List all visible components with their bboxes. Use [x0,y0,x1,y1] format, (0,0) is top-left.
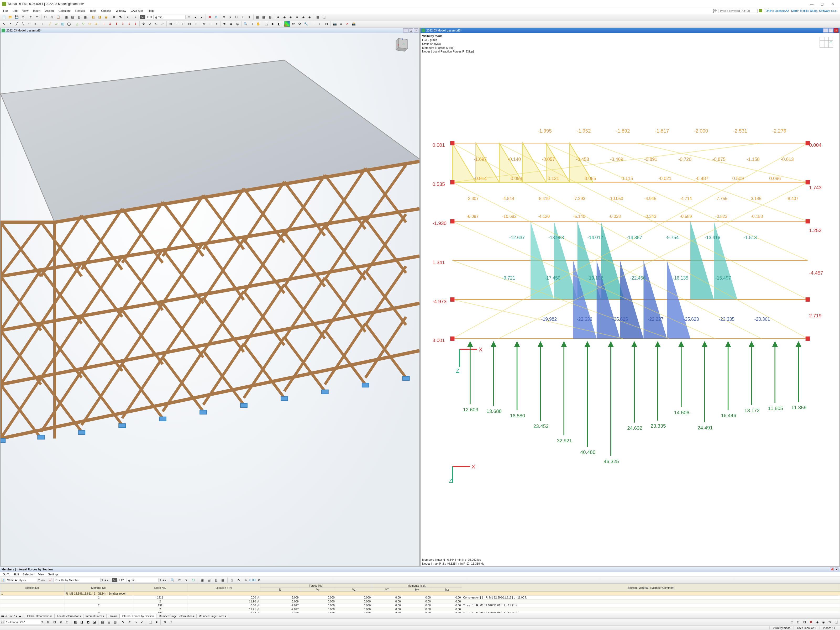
result-tab[interactable]: Member Hinge Forces [196,614,228,619]
bb6-icon[interactable]: ◨ [79,619,85,625]
bb11-icon[interactable]: ▥ [112,619,118,625]
lc-next-icon[interactable]: ▸ [199,14,204,20]
table-row[interactable]: 211.90 ⇄ -6.0090.0000.0000.000.000.00 [0,600,840,603]
snap4-icon[interactable]: ⊞ [193,21,199,27]
bb-snap-icon[interactable]: ⊡ [795,619,801,625]
bb14-icon[interactable]: ↘ [133,619,139,625]
solid2-icon[interactable]: ■ [270,21,275,27]
menu-assign[interactable]: Assign [43,9,56,13]
panel-close-icon[interactable]: ✕ [835,567,838,571]
panel-lc-desc[interactable]: g min [127,578,159,582]
extra1-icon[interactable]: ⊞ [311,21,317,27]
print-icon[interactable]: 🖨 [20,14,26,20]
rect-icon[interactable]: □ [39,21,45,27]
bb1-icon[interactable]: ⊞ [46,619,51,625]
bb4-icon[interactable]: ⊡ [64,619,70,625]
scale-icon[interactable]: ⤢ [159,21,165,27]
menu-options[interactable]: Options [99,9,113,13]
hinge2-icon[interactable]: ⊘ [93,21,99,27]
bb19-icon[interactable]: ⟳ [168,619,174,625]
select-icon[interactable]: ↖ [1,21,7,27]
extra3-icon[interactable]: ⊠ [324,21,330,27]
export-icon[interactable]: ⇱ [236,577,242,583]
bb8-icon[interactable]: ◪ [92,619,97,625]
nav-prev-icon[interactable]: ◂ [104,578,106,582]
cube-icon[interactable]: ◧ [90,14,96,20]
col-section[interactable]: Section No. [0,584,65,592]
table-section-row[interactable]: 1R_M1 12.598/11.811 | 1 - GL24h | Schräg… [0,592,840,595]
dropdown-icon[interactable]: ▾ [38,578,40,582]
render-icon[interactable]: ⬚ [321,14,327,20]
table-row[interactable]: 113110.00 ⇄ -6.0090.0000.0000.000.000.00… [0,595,840,600]
dialog3-icon[interactable]: ▥ [76,14,82,20]
result-tab[interactable]: Internal Forces [83,614,106,619]
iso2-icon[interactable]: ◈ [282,14,287,20]
surf3-icon[interactable]: ▦ [267,14,273,20]
bb-axes-icon[interactable]: ✖ [808,619,814,625]
table2-icon[interactable]: ▤ [206,577,212,583]
val2-icon[interactable]: x̄ [227,14,234,20]
node-icon[interactable]: • [7,21,13,27]
redo-icon[interactable]: ↷ [35,14,40,20]
results-nav-last-icon[interactable]: ⇥ [132,14,137,20]
nav-next-icon[interactable]: ▸ [44,578,45,582]
dim-icon[interactable]: ↔ [207,21,213,27]
lc-description[interactable]: g min [154,15,186,19]
bb17-icon[interactable]: ■ [153,619,159,625]
result-tab[interactable]: Global Deformations [25,614,55,619]
pane-max-icon[interactable]: ◻ [409,28,413,33]
lc-number[interactable]: LC1 [146,15,153,19]
iso4-icon[interactable]: ◈ [294,14,300,20]
text-icon[interactable]: A [201,21,207,27]
col-moments[interactable]: Moments [kipft] [372,584,462,588]
col-comment[interactable]: Section (Material) | Member Comment [462,584,840,592]
iso3-icon[interactable]: ◈ [288,14,294,20]
tool-z-icon[interactable]: 🔧 [303,21,309,27]
pager-prev-icon[interactable]: ◂ [5,614,6,618]
menu-cadbim[interactable]: CAD-BIM [129,9,145,13]
mini-axis-nav[interactable]: -Y [818,36,834,49]
viewport-2d[interactable]: Visibility mode LC1 - g min Static Analy… [420,33,840,566]
snap2-icon[interactable]: ⊟ [180,21,186,27]
filter2-icon[interactable]: 👁 [177,577,182,583]
bb3-icon[interactable]: ⊠ [58,619,64,625]
val3-icon[interactable]: ☐ [234,14,240,20]
bb7-icon[interactable]: ◩ [85,619,91,625]
extra4-icon[interactable]: 📷 [332,21,338,27]
analysis-select[interactable]: Static Analysis [6,578,37,582]
panel-lc-number[interactable]: LC1 [118,578,126,582]
tool-y-icon[interactable]: ⚙ [297,21,302,27]
rotate-icon[interactable]: ⟳ [147,21,153,27]
filter-icon[interactable]: 🔍 [170,577,175,583]
table-icon[interactable]: ▦ [199,577,205,583]
pan-icon[interactable]: ✋ [255,21,261,27]
panel-menu-edit[interactable]: Edit [12,573,21,576]
bb9-icon[interactable]: ▦ [99,619,105,625]
bb15-icon[interactable]: ↙ [139,619,145,625]
load-icon[interactable]: ↓ [101,21,107,27]
extra5-icon[interactable]: ≡ [338,21,344,27]
view2-icon[interactable]: ◉ [228,21,234,27]
col-vy[interactable]: Vy [300,588,336,592]
col-node[interactable]: Node No. [133,584,187,592]
bb-ortho-icon[interactable]: ⊟ [802,619,807,625]
col-loc[interactable]: Location x [ft] [188,584,261,592]
opening-icon[interactable]: ◯ [66,21,72,27]
pager-first-icon[interactable]: ⏮ [1,614,4,618]
dropdown-icon[interactable]: ▾ [186,14,192,20]
view3-icon[interactable]: ◎ [234,21,240,27]
dim2-icon[interactable]: ↕ [214,21,219,27]
close-button[interactable]: ✕ [827,0,838,8]
viewport-3d[interactable]: -Y +X +Z [0,33,420,566]
calc2-icon[interactable]: ⚗ [117,14,123,20]
panel-menu-view[interactable]: View [36,573,46,576]
col-forces[interactable]: Forces [kip] [260,584,372,588]
bb-layers-icon[interactable]: ◈ [814,619,820,625]
deform-icon[interactable]: ≋ [213,14,219,20]
snap3-icon[interactable]: ⊠ [186,21,193,27]
dropdown-icon[interactable]: ▾ [41,620,43,624]
grid2-icon[interactable]: ⊞ [168,21,174,27]
paste-icon[interactable]: 📋 [55,14,61,20]
bb13-icon[interactable]: ↗ [126,619,132,625]
new-icon[interactable]: 📄 [1,14,7,20]
